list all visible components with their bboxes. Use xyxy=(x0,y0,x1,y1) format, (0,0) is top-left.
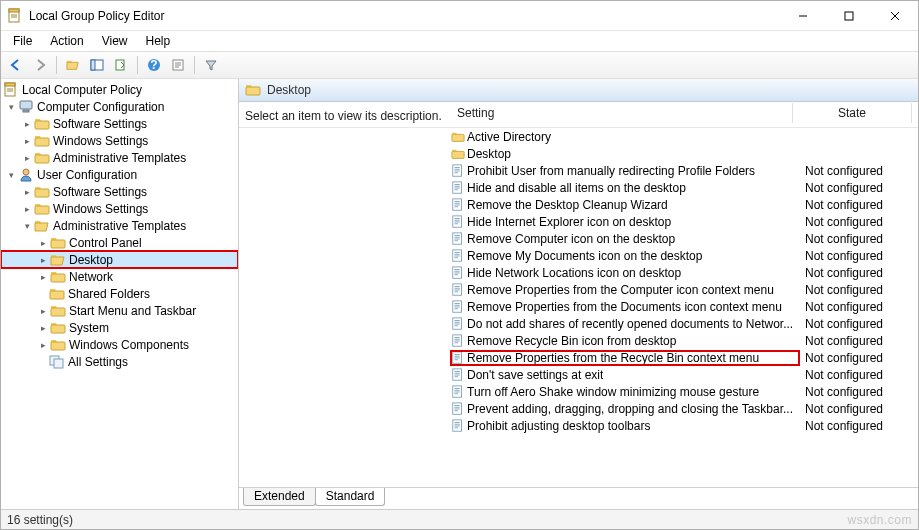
list-item[interactable]: Remove Properties from the Documents ico… xyxy=(239,298,918,315)
export-button[interactable] xyxy=(110,54,132,76)
list-item[interactable]: Hide Internet Explorer icon on desktopNo… xyxy=(239,213,918,230)
list-item[interactable]: Prohibit User from manually redirecting … xyxy=(239,162,918,179)
list-item[interactable]: Prevent adding, dragging, dropping and c… xyxy=(239,400,918,417)
list-item-setting: Active Directory xyxy=(451,130,799,144)
tree-computer-config[interactable]: ▾ Computer Configuration xyxy=(1,98,238,115)
expand-icon[interactable]: ▸ xyxy=(21,152,33,164)
show-hide-tree-button[interactable] xyxy=(86,54,108,76)
tree-root[interactable]: Local Computer Policy xyxy=(1,81,238,98)
tree-user-config[interactable]: ▾ User Configuration xyxy=(1,166,238,183)
tab-standard[interactable]: Standard xyxy=(315,488,386,506)
policy-icon xyxy=(451,300,465,314)
properties-button[interactable] xyxy=(167,54,189,76)
expand-icon[interactable]: ▸ xyxy=(21,135,33,147)
tree-cc-windows[interactable]: ▸ Windows Settings xyxy=(1,132,238,149)
policy-icon xyxy=(451,232,465,246)
tab-extended[interactable]: Extended xyxy=(243,488,316,506)
collapse-icon[interactable]: ▾ xyxy=(21,220,33,232)
list-item[interactable]: Prohibit adjusting desktop toolbarsNot c… xyxy=(239,417,918,434)
back-button[interactable] xyxy=(5,54,27,76)
list-item-setting: Hide Network Locations icon on desktop xyxy=(451,266,799,280)
list-item-label: Hide and disable all items on the deskto… xyxy=(467,181,686,195)
minimize-button[interactable] xyxy=(780,1,826,30)
list-item-label: Remove Properties from the Documents ico… xyxy=(467,300,782,314)
tree-uc-windows[interactable]: ▸ Windows Settings xyxy=(1,200,238,217)
list-item-state: Not configured xyxy=(799,266,918,280)
list-item-label: Do not add shares of recently opened doc… xyxy=(467,317,793,331)
filter-button[interactable] xyxy=(200,54,222,76)
expand-icon[interactable]: ▸ xyxy=(37,339,49,351)
tree-cc-admin[interactable]: ▸ Administrative Templates xyxy=(1,149,238,166)
expand-icon[interactable]: ▸ xyxy=(21,186,33,198)
tree-allsettings[interactable]: All Settings xyxy=(1,353,238,370)
list-item[interactable]: Remove My Documents icon on the desktopN… xyxy=(239,247,918,264)
expand-icon[interactable]: ▸ xyxy=(37,237,49,249)
list-item[interactable]: Remove the Desktop Cleanup WizardNot con… xyxy=(239,196,918,213)
folder-icon xyxy=(49,286,65,302)
folder-icon xyxy=(245,82,261,98)
svg-text:?: ? xyxy=(150,58,157,72)
list-item[interactable]: Hide Network Locations icon on desktopNo… xyxy=(239,264,918,281)
list-item-state: Not configured xyxy=(799,419,918,433)
tree-desktop[interactable]: ▸ Desktop xyxy=(1,251,238,268)
settings-group-icon xyxy=(49,354,65,370)
expand-icon[interactable]: ▸ xyxy=(21,203,33,215)
tree-startmenu[interactable]: ▸ Start Menu and Taskbar xyxy=(1,302,238,319)
list-item-label: Prevent adding, dragging, dropping and c… xyxy=(467,402,793,416)
menu-action[interactable]: Action xyxy=(42,32,91,50)
expand-icon[interactable]: ▸ xyxy=(37,254,49,266)
crumb-label: Desktop xyxy=(267,83,311,97)
expand-icon[interactable]: ▸ xyxy=(37,271,49,283)
settings-list[interactable]: Active DirectoryDesktopProhibit User fro… xyxy=(239,128,918,487)
tree-network[interactable]: ▸ Network xyxy=(1,268,238,285)
list-item[interactable]: Remove Properties from the Recycle Bin c… xyxy=(239,349,918,366)
menu-file[interactable]: File xyxy=(5,32,40,50)
tree-system[interactable]: ▸ System xyxy=(1,319,238,336)
list-item-setting: Prohibit adjusting desktop toolbars xyxy=(451,419,799,433)
tree-control-panel[interactable]: ▸ Control Panel xyxy=(1,234,238,251)
list-item[interactable]: Do not add shares of recently opened doc… xyxy=(239,315,918,332)
collapse-icon[interactable]: ▾ xyxy=(5,169,17,181)
details-panel: Desktop Select an item to view its descr… xyxy=(239,79,918,509)
forward-button[interactable] xyxy=(29,54,51,76)
folder-icon xyxy=(451,130,465,144)
tree-uc-software[interactable]: ▸ Software Settings xyxy=(1,183,238,200)
tree-cc-software[interactable]: ▸ Software Settings xyxy=(1,115,238,132)
list-item[interactable]: Active Directory xyxy=(239,128,918,145)
list-item-label: Prohibit User from manually redirecting … xyxy=(467,164,755,178)
menu-view[interactable]: View xyxy=(94,32,136,50)
list-item[interactable]: Desktop xyxy=(239,145,918,162)
tree-wincomp[interactable]: ▸ Windows Components xyxy=(1,336,238,353)
toolbar: ? xyxy=(1,51,918,79)
list-item[interactable]: Hide and disable all items on the deskto… xyxy=(239,179,918,196)
list-item[interactable]: Remove Computer icon on the desktopNot c… xyxy=(239,230,918,247)
policy-icon xyxy=(451,385,465,399)
tree-uc-admin[interactable]: ▾ Administrative Templates xyxy=(1,217,238,234)
user-icon xyxy=(18,167,34,183)
list-item-state: Not configured xyxy=(799,351,918,365)
list-item[interactable]: Remove Recycle Bin icon from desktopNot … xyxy=(239,332,918,349)
list-item-label: Remove Recycle Bin icon from desktop xyxy=(467,334,676,348)
list-item-setting: Remove My Documents icon on the desktop xyxy=(451,249,799,263)
list-item-state: Not configured xyxy=(799,402,918,416)
tree-shared[interactable]: Shared Folders xyxy=(1,285,238,302)
column-state[interactable]: State xyxy=(793,103,912,123)
list-item[interactable]: Remove Properties from the Computer icon… xyxy=(239,281,918,298)
expand-icon[interactable]: ▸ xyxy=(37,322,49,334)
list-item[interactable]: Don't save settings at exitNot configure… xyxy=(239,366,918,383)
column-setting[interactable]: Setting xyxy=(451,103,793,123)
list-item[interactable]: Turn off Aero Shake window minimizing mo… xyxy=(239,383,918,400)
menu-help[interactable]: Help xyxy=(138,32,179,50)
folder-icon xyxy=(50,337,66,353)
up-button[interactable] xyxy=(62,54,84,76)
help-button[interactable]: ? xyxy=(143,54,165,76)
expand-icon[interactable]: ▸ xyxy=(21,118,33,130)
main-split: Local Computer Policy ▾ Computer Configu… xyxy=(1,79,918,509)
close-button[interactable] xyxy=(872,1,918,30)
tree-panel[interactable]: Local Computer Policy ▾ Computer Configu… xyxy=(1,79,239,509)
header-row: Select an item to view its description. … xyxy=(239,102,918,128)
collapse-icon[interactable]: ▾ xyxy=(5,101,17,113)
maximize-button[interactable] xyxy=(826,1,872,30)
policy-icon xyxy=(451,181,465,195)
expand-icon[interactable]: ▸ xyxy=(37,305,49,317)
